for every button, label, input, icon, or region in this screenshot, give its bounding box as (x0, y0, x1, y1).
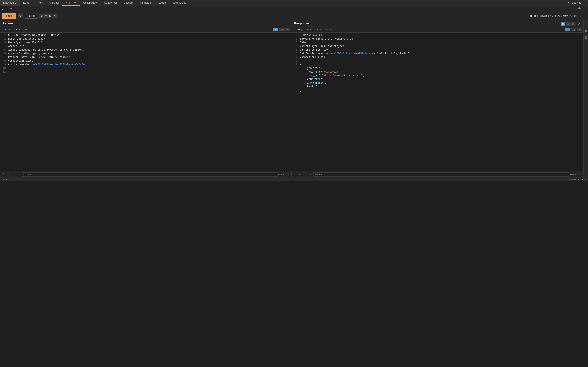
response-matches-count: 0 matches (571, 173, 582, 176)
cancel-button[interactable]: Cancel (25, 13, 38, 18)
search-icon[interactable]: 🔍 (578, 7, 582, 10)
request-line-5: 5 Accept-Language: es-ES,es;q=0.8,en-US;… (0, 48, 292, 52)
main-content: Request Pretty Raw Hex ↵ \n ≡ 1 GET /api… (0, 20, 588, 177)
nav-collaborator[interactable]: Collaborator (80, 0, 101, 6)
request-wrap-button[interactable]: ↵ (273, 28, 278, 31)
tab-right-controls: 🔍 ⋮ (578, 7, 588, 10)
nav-extensions[interactable]: Extensions (170, 0, 190, 6)
target-url: http://165.232.98.59:32607 (539, 15, 568, 17)
tab-close-button[interactable]: × (5, 8, 6, 10)
response-prev-button[interactable]: ← (302, 173, 307, 176)
nav-sequencer[interactable]: Sequencer (101, 0, 120, 6)
response-bottom-controls: ? ⚙ ← → 0 matches (292, 171, 583, 177)
nav-dashboard[interactable]: Dashboard (0, 0, 20, 6)
request-prev-button[interactable]: ← (11, 173, 15, 176)
response-line-2: 2 Server: Werkzeug/2.2.3 Python/3.8.14 (292, 37, 583, 41)
nav-right-section: ⚙ Settings ⋮ (568, 1, 588, 4)
inspector-sidebar: INSPECTOR (584, 20, 588, 177)
response-panel-title: Response (294, 22, 309, 25)
request-menu-button[interactable]: ≡ (285, 28, 290, 31)
nav-comparer[interactable]: Comparer (137, 0, 155, 6)
more-icon[interactable]: ⋮ (583, 1, 586, 4)
response-view-btn-3[interactable]: ▥ (571, 22, 575, 26)
request-panel: Request Pretty Raw Hex ↵ \n ≡ 1 GET /api… (0, 20, 292, 177)
response-newline-button[interactable]: \n (571, 28, 576, 31)
response-bottom-bar: ? ⚙ ← → 0 matches (292, 171, 583, 177)
inspector-label: INSPECTOR (585, 28, 587, 43)
response-line-9e: "inprogress":0, (292, 81, 583, 85)
request-newline-button[interactable]: \n (279, 28, 285, 31)
response-line-9b: "trap_name":"Wikipedia", (292, 70, 583, 74)
pencil-icon[interactable]: ✎ (570, 15, 572, 17)
request-panel-header: Request (0, 20, 292, 27)
response-code-area[interactable]: 1 HTTP/1.1 200 OK 2 Server: Werkzeug/2.2… (292, 33, 583, 171)
nav-target[interactable]: Target (20, 0, 34, 6)
response-tab-raw[interactable]: Raw (305, 27, 314, 32)
tab-add-button[interactable]: + (8, 6, 14, 12)
response-line-3: 3 Date: (292, 41, 583, 44)
request-line-8: 8 Connection: close (0, 59, 292, 63)
request-tab-raw[interactable]: Raw (13, 27, 23, 32)
prev-dropdown-button[interactable]: ▾ (44, 14, 48, 18)
tab-label: 1 (2, 7, 3, 10)
response-wrap-button[interactable]: ↵ (565, 28, 570, 31)
response-header-view-icons: ▦ ▤ ▥ ⚙ (561, 22, 581, 26)
http-version-badge: HTTP/1 (574, 15, 582, 17)
target-info: Target: http://165.232.98.59:32607 ✎ HTT… (530, 15, 586, 17)
response-view-btn-2[interactable]: ▤ (566, 22, 570, 26)
response-line-7: 7 Connection: close (292, 55, 583, 59)
response-panel: Response ▦ ▤ ▥ ⚙ Pretty Raw Hex Render ↵… (292, 20, 584, 177)
response-tab-render[interactable]: Render (324, 27, 337, 32)
send-settings-button[interactable]: ⚙ (17, 13, 23, 18)
response-line-9f: "health":1 (292, 85, 583, 89)
request-tab-pretty[interactable]: Pretty (2, 27, 13, 32)
response-next-button[interactable]: → (308, 173, 312, 176)
response-line-9a: "job_id":100, (292, 67, 583, 70)
question-icon[interactable]: ? (585, 15, 586, 17)
response-line-1: 1 HTTP/1.1 200 OK (292, 33, 583, 37)
response-line-8: 8 (292, 59, 583, 63)
request-line-3: 3 User-Agent: Mozilla/5.0 (0, 41, 292, 44)
request-search-input[interactable] (22, 173, 277, 176)
status-left: Done (2, 178, 7, 181)
response-gear-icon[interactable]: ⚙ (577, 22, 581, 26)
tab-bar: 1 × + 🔍 ⋮ (0, 6, 588, 12)
target-label: Target: http://165.232.98.59:32607 (530, 15, 568, 17)
nav-repeater[interactable]: Repeater (62, 0, 80, 6)
tab-1[interactable]: 1 × (0, 6, 8, 12)
response-tab-pretty[interactable]: Pretty (293, 27, 305, 32)
request-line-1: 1 GET /api/tracks/100/status HTTP/1.1 (0, 33, 292, 37)
request-code-area[interactable]: 1 GET /api/tracks/100/status HTTP/1.1 2 … (0, 33, 292, 171)
settings-button[interactable]: ⚙ Settings (568, 1, 581, 4)
request-tab-hex[interactable]: Hex (23, 27, 32, 32)
status-bar: Done 371 bytes | 93 millis (0, 177, 588, 182)
response-tab-hex[interactable]: Hex (314, 27, 324, 32)
nav-intruder[interactable]: Intruder (47, 0, 62, 6)
request-settings-icon[interactable]: ⚙ (6, 173, 9, 176)
more-options-icon[interactable]: ⋮ (583, 7, 586, 10)
target-prefix: Target: (530, 15, 539, 17)
request-line-2: 2 Host: 165.232.98.59:32607 (0, 37, 292, 41)
next-request-button[interactable]: ▶ (48, 14, 52, 18)
response-view-btn-1[interactable]: ▦ (561, 22, 565, 26)
next-dropdown-button[interactable]: ▾ (53, 14, 57, 18)
send-button[interactable]: Send (2, 13, 16, 18)
request-matches-count: 0 matches (278, 173, 290, 176)
response-line-6: 6 Set-Cookie: session=ce4e36b8-9ddb-4cbe… (292, 52, 583, 55)
request-panel-title: Request (2, 22, 289, 25)
response-menu-button[interactable]: ≡ (577, 28, 582, 31)
nav-decoder[interactable]: Decoder (120, 0, 137, 6)
response-search-input[interactable] (313, 173, 569, 176)
request-help-icon[interactable]: ? (2, 173, 5, 176)
response-tabs-row: Pretty Raw Hex Render ↵ \n ≡ (292, 27, 583, 33)
gear-icon: ⚙ (568, 1, 571, 4)
nav-proxy[interactable]: Proxy (34, 0, 47, 6)
response-view-icons: ↵ \n ≡ (565, 28, 582, 31)
response-help-icon[interactable]: ? (293, 173, 297, 176)
request-line-6: 6 Accept-Encoding: gzip, deflate (0, 52, 292, 55)
response-settings-icon[interactable]: ⚙ (298, 173, 301, 176)
request-next-button[interactable]: → (16, 173, 20, 176)
nav-logger[interactable]: Logger (155, 0, 170, 6)
prev-request-button[interactable]: ◀ (39, 14, 44, 18)
request-line-11: 11 (0, 70, 292, 74)
